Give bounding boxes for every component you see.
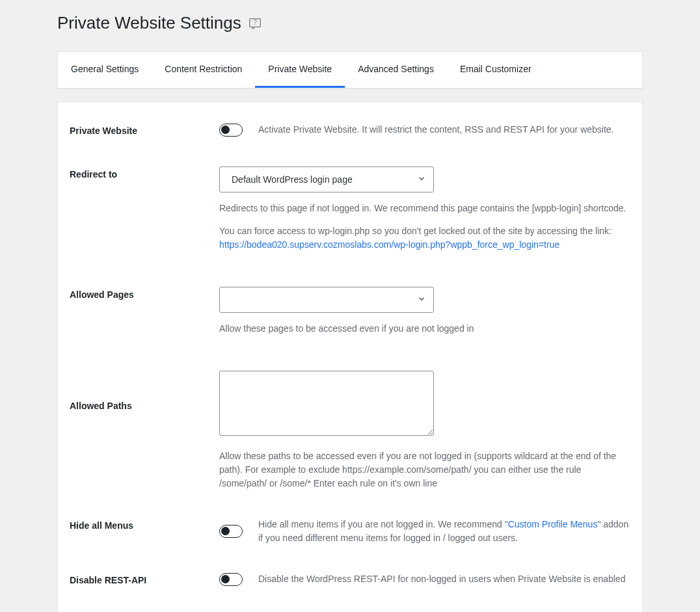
hide-menus-link[interactable]: Custom Profile Menus [508, 519, 598, 529]
tab-general-settings[interactable]: General Settings [58, 52, 152, 88]
row-private-website: Private Website Activate Private Website… [70, 114, 630, 146]
private-website-toggle[interactable] [219, 124, 243, 137]
hide-menus-desc-wrap: Hide all menu items if you are not logge… [258, 518, 630, 545]
settings-panel: Private Website Activate Private Website… [57, 101, 643, 612]
hide-menus-label: Hide all Menus [70, 520, 133, 531]
disable-rest-desc: Disable the WordPress REST-API for non-l… [258, 572, 625, 586]
hide-menus-desc-pre: Hide all menu items if you are not logge… [258, 519, 508, 529]
tab-advanced-settings[interactable]: Advanced Settings [345, 52, 447, 88]
allowed-pages-label: Allowed Pages [70, 289, 134, 300]
tab-private-website[interactable]: Private Website [255, 52, 345, 88]
row-allowed-pages: Allowed Pages Allow these pages to be ac… [70, 261, 630, 345]
redirect-to-label: Redirect to [70, 169, 117, 180]
allowed-paths-textarea[interactable] [219, 371, 434, 436]
allowed-paths-desc: Allow these paths to be accessed even if… [219, 449, 630, 490]
page-header: Private Website Settings ? [57, 13, 643, 33]
allowed-paths-label: Allowed Paths [70, 401, 132, 411]
redirect-to-desc2: You can force access to wp-login.php so … [219, 226, 612, 236]
disable-rest-toggle[interactable] [219, 573, 243, 586]
tabs-nav: General Settings Content Restriction Pri… [57, 51, 643, 88]
disable-rest-label: Disable REST-API [70, 575, 146, 585]
help-icon[interactable]: ? [248, 16, 262, 31]
tab-email-customizer[interactable]: Email Customizer [447, 52, 545, 88]
row-hide-menus: Hide all Menus Hide all menu items if yo… [70, 499, 630, 554]
row-allowed-paths: Allowed Paths [70, 345, 630, 447]
row-disable-rest: Disable REST-API Disable the WordPress R… [70, 554, 630, 595]
private-website-desc: Activate Private Website. It will restri… [258, 123, 614, 137]
redirect-to-desc2-wrap: You can force access to wp-login.php so … [219, 224, 630, 252]
redirect-to-desc1: Redirects to this page if not logged in.… [219, 202, 630, 215]
row-redirect-to: Redirect to Default WordPress login page… [70, 146, 630, 261]
redirect-to-select[interactable]: Default WordPress login page [219, 166, 434, 193]
hide-menus-toggle[interactable] [219, 525, 243, 538]
svg-text:?: ? [253, 18, 257, 25]
private-website-label: Private Website [70, 126, 137, 136]
row-allowed-paths-desc: Allow these paths to be accessed even if… [70, 447, 630, 499]
allowed-pages-select[interactable] [219, 287, 434, 313]
redirect-to-link[interactable]: https://bodea020.supserv.cozmoslabs.com/… [219, 239, 559, 250]
allowed-pages-desc: Allow these pages to be accessed even if… [219, 322, 630, 336]
tab-content-restriction[interactable]: Content Restriction [152, 52, 255, 88]
page-title: Private Website Settings [57, 13, 241, 33]
